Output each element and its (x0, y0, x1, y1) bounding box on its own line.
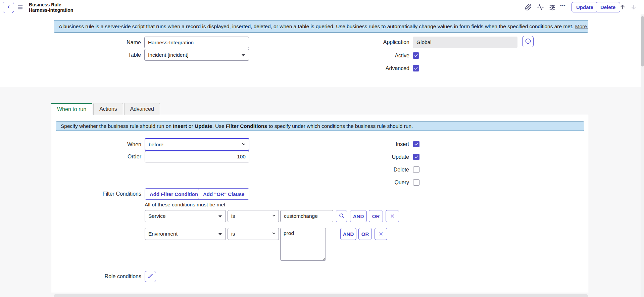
check-icon (414, 66, 418, 70)
table-select-value: Incident [incident] (148, 52, 189, 58)
close-icon: ✕ (379, 231, 383, 238)
record-type-title: Business Rule (29, 2, 73, 7)
tab-advanced[interactable]: Advanced (124, 103, 160, 115)
when-select[interactable]: before (145, 138, 249, 151)
condition-and-button[interactable]: AND (340, 228, 356, 240)
condition-operator-value: is (231, 213, 235, 219)
tab-actions[interactable]: Actions (93, 103, 123, 115)
close-icon: ✕ (390, 213, 395, 220)
check-icon (414, 155, 418, 159)
chevron-down-icon (271, 231, 276, 237)
condition-operator-select[interactable]: is (228, 228, 279, 240)
attachment-icon[interactable] (525, 4, 532, 11)
tab-when-to-run[interactable]: When to run (51, 103, 92, 115)
info-banner: A business rule is a server-side script … (54, 20, 588, 33)
name-label: Name (67, 37, 141, 48)
more-actions-icon[interactable]: ••• (560, 3, 567, 10)
condition-remove-button[interactable]: ✕ (375, 228, 387, 240)
application-field: Global (413, 37, 517, 48)
delete-checkbox[interactable] (413, 166, 419, 173)
condition-search-button[interactable] (336, 210, 347, 222)
instruction-text: Specify whether the business rule should… (61, 123, 413, 129)
name-input[interactable] (144, 37, 249, 48)
order-input[interactable] (145, 151, 249, 162)
edit-role-conditions-button[interactable] (145, 271, 156, 282)
table-label: Table (67, 49, 141, 61)
update-checkbox[interactable] (413, 154, 419, 160)
page-title: Business Rule Harness-Integration (29, 2, 73, 13)
condition-or-button[interactable]: OR (358, 228, 372, 240)
chevron-down-icon (271, 213, 276, 219)
previous-record-icon[interactable] (619, 4, 626, 10)
when-label: When (67, 138, 141, 151)
application-value: Global (416, 39, 432, 45)
active-label: Active (336, 52, 409, 59)
back-button[interactable] (3, 2, 14, 13)
search-icon (339, 213, 345, 220)
business-rule-form-page: Business Rule Harness-Integration ••• Up… (0, 0, 644, 297)
condition-field-value: Environment (148, 231, 178, 237)
filter-conditions-label: Filter Conditions (67, 188, 141, 200)
delete-button[interactable]: Delete (596, 2, 620, 12)
chevron-left-icon (6, 4, 11, 11)
form-tabs: When to run Actions Advanced (51, 103, 161, 115)
update-label: Update (352, 154, 409, 160)
condition-value-textarea[interactable]: prod (280, 228, 326, 261)
next-record-icon[interactable] (630, 4, 637, 10)
caret-down-icon (218, 215, 222, 217)
sliders-icon[interactable] (549, 4, 556, 11)
condition-value-input[interactable] (280, 210, 333, 222)
check-icon (414, 53, 418, 58)
condition-field-select[interactable]: Service (145, 210, 226, 222)
add-filter-condition-button[interactable]: Add Filter Condition (145, 188, 203, 200)
insert-label: Insert (352, 141, 409, 147)
add-or-clause-button[interactable]: Add "OR" Clause (198, 188, 249, 200)
when-select-value: before (149, 142, 163, 148)
when-to-run-panel: Specify whether the business rule should… (51, 115, 588, 293)
next-section-partial (54, 294, 588, 297)
role-conditions-label: Role conditions (67, 271, 141, 282)
advanced-checkbox[interactable] (413, 65, 419, 71)
active-checkbox[interactable] (413, 52, 419, 59)
context-menu-icon[interactable] (17, 5, 23, 11)
application-info-button[interactable] (522, 36, 534, 47)
condition-field-select[interactable]: Environment (145, 228, 226, 240)
check-icon (414, 142, 418, 146)
caret-down-icon (242, 54, 245, 56)
condition-field-value: Service (148, 213, 166, 219)
condition-and-button[interactable]: AND (350, 210, 367, 222)
delete-label: Delete (352, 166, 409, 173)
scrollbar-thumb[interactable] (641, 16, 644, 66)
record-name-title: Harness-Integration (29, 7, 73, 13)
query-label: Query (352, 179, 409, 186)
caret-down-icon (218, 233, 222, 235)
activity-icon[interactable] (537, 4, 544, 11)
condition-operator-value: is (231, 231, 235, 237)
condition-or-button[interactable]: OR (369, 210, 383, 222)
table-select[interactable]: Incident [incident] (144, 49, 249, 61)
chevron-down-icon (241, 141, 246, 148)
condition-operator-select[interactable]: is (228, 210, 279, 222)
order-label: Order (67, 151, 141, 162)
tab-instruction-banner: Specify whether the business rule should… (56, 121, 584, 131)
condition-remove-button[interactable]: ✕ (386, 210, 399, 222)
info-icon (525, 38, 531, 46)
info-banner-text: A business rule is a server-side script … (59, 23, 574, 30)
insert-checkbox[interactable] (413, 141, 419, 147)
advanced-label: Advanced (336, 65, 409, 71)
condition-match-text: All of these conditions must be met (145, 202, 225, 208)
query-checkbox[interactable] (413, 179, 419, 186)
application-label: Application (336, 37, 409, 48)
more-info-link[interactable]: More Info (575, 23, 588, 30)
header-bar: Business Rule Harness-Integration ••• Up… (0, 0, 644, 14)
pencil-icon (148, 273, 153, 280)
update-button[interactable]: Update (572, 2, 598, 12)
